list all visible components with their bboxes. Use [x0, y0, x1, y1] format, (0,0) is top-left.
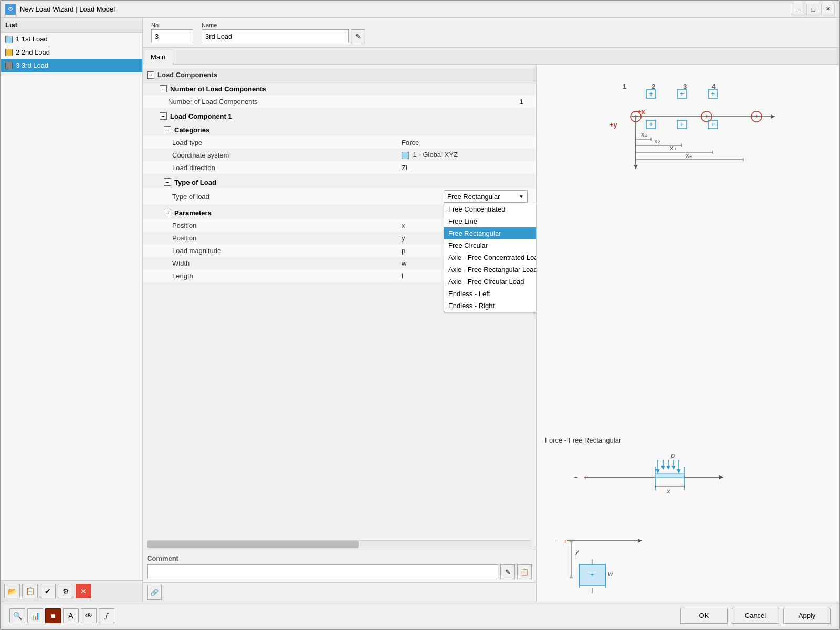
window-controls: — □ ✕: [792, 4, 835, 15]
coord-system-label: Coordinate system: [172, 151, 402, 159]
check-button[interactable]: ✔: [40, 584, 56, 598]
load-direction-value: ZL: [402, 164, 528, 172]
load-direction-row: Load direction ZL: [143, 161, 536, 174]
num-components-label: Number of Load Components: [168, 98, 402, 106]
side-view-y-svg: − + y +: [545, 520, 650, 593]
minimize-button[interactable]: —: [792, 4, 805, 15]
svg-marker-48: [661, 466, 665, 470]
no-field: No.: [151, 22, 193, 43]
collapse-load-components[interactable]: −: [147, 71, 154, 79]
collapse-parameters[interactable]: −: [164, 209, 171, 216]
add-item-button[interactable]: 📂: [4, 584, 20, 598]
sidebar-item-color-3: [5, 62, 13, 69]
type-select-container: Free Rectangular ▼ Free Concentrated Fre…: [444, 190, 528, 203]
sidebar-item-label-1: 1 1st Load: [16, 35, 48, 43]
cancel-button[interactable]: Cancel: [732, 608, 779, 624]
type-of-load-header: − Type of Load: [143, 176, 536, 188]
horizontal-scrollbar[interactable]: [147, 540, 532, 548]
width-label: Width: [172, 259, 402, 267]
no-input[interactable]: [151, 29, 193, 43]
main-area: List 1 1st Load 2 2nd Load 3 3rd Load 📂 …: [1, 18, 839, 602]
formula-button[interactable]: 𝑓: [99, 608, 114, 623]
position-x-label: Position: [172, 222, 402, 229]
ok-button[interactable]: OK: [680, 608, 728, 624]
sidebar-item-2load[interactable]: 2 2nd Load: [1, 46, 142, 59]
comment-edit-button[interactable]: ✎: [500, 564, 515, 579]
tab-main[interactable]: Main: [143, 50, 173, 65]
load-components-header: − Load Components: [143, 69, 536, 81]
comment-section: Comment ✎ 📋: [143, 550, 536, 582]
coord-system-row: Coordinate system 1 - Global XYZ: [143, 149, 536, 161]
dropdown-arrow-icon: ▼: [519, 194, 524, 200]
properties-inner: − Load Components − Number of Load Compo…: [143, 65, 536, 540]
properties-footer: 🔗: [143, 582, 536, 602]
sidebar-header: List: [1, 18, 142, 33]
svg-marker-46: [656, 469, 660, 474]
name-input[interactable]: [202, 29, 349, 43]
dropdown-item-axle-rectangular[interactable]: Axle - Free Rectangular Load: [444, 264, 536, 276]
apply-button[interactable]: Apply: [783, 608, 831, 624]
dropdown-item-endless-left[interactable]: Endless - Left: [444, 288, 536, 300]
svg-marker-54: [677, 469, 681, 474]
dropdown-item-free-concentrated[interactable]: Free Concentrated: [444, 203, 536, 215]
length-label: Length: [172, 272, 402, 280]
parameters-title: Parameters: [174, 209, 212, 217]
dropdown-item-free-circular[interactable]: Free Circular: [444, 239, 536, 251]
properties-tool-button[interactable]: 🔗: [147, 585, 162, 600]
main-window: ⚙ New Load Wizard | Load Model — □ ✕ Lis…: [0, 0, 840, 630]
collapse-component1[interactable]: −: [160, 112, 167, 120]
type-select-button[interactable]: Free Rectangular ▼: [444, 190, 528, 203]
dropdown-item-axle-circular[interactable]: Axle - Free Circular Load: [444, 276, 536, 288]
collapse-number[interactable]: −: [160, 85, 167, 92]
svg-text:w: w: [608, 570, 614, 578]
svg-text:x: x: [666, 487, 670, 495]
svg-text:+: +: [754, 112, 759, 120]
sidebar-item-color-2: [5, 49, 13, 56]
properties-panel: − Load Components − Number of Load Compo…: [143, 65, 537, 602]
comment-input-row: ✎ 📋: [147, 564, 532, 579]
load-type-value: Force: [402, 139, 528, 146]
edit-name-button[interactable]: ✎: [351, 29, 365, 43]
form-section: No. Name ✎: [143, 18, 839, 48]
dropdown-item-free-rectangular[interactable]: Free Rectangular: [444, 227, 536, 239]
dialog-buttons: OK Cancel Apply: [680, 608, 831, 624]
type-select-value: Free Rectangular: [447, 193, 500, 201]
position-y-label: Position: [172, 234, 402, 242]
svg-text:+: +: [583, 474, 587, 481]
side-view-x-svg: p − +: [545, 448, 734, 511]
load-magnitude-label: Load magnitude: [172, 247, 402, 255]
collapse-categories[interactable]: −: [164, 126, 171, 133]
type-of-load-row: Type of load Free Rectangular ▼: [143, 188, 536, 204]
text-button[interactable]: A: [63, 608, 79, 623]
comment-input[interactable]: [147, 564, 498, 579]
sidebar-item-1load[interactable]: 1 1st Load: [1, 33, 142, 46]
categories-title: Categories: [174, 126, 209, 134]
svg-text:+y: +y: [610, 121, 618, 129]
svg-text:+: +: [680, 90, 684, 98]
view-button[interactable]: 👁: [81, 608, 97, 623]
app-icon: ⚙: [5, 4, 16, 15]
maximize-button[interactable]: □: [806, 4, 820, 15]
bottom-bar: 🔍 📊 ■ A 👁 𝑓 OK Cancel Apply: [1, 602, 839, 629]
categories-header: − Categories: [143, 123, 536, 136]
bottom-tools: 🔍 📊 ■ A 👁 𝑓: [9, 608, 678, 623]
sidebar-item-color-1: [5, 36, 13, 43]
svg-text:4: 4: [712, 82, 716, 90]
type-of-load-label: Type of load: [172, 193, 444, 201]
dropdown-item-axle-concentrated[interactable]: Axle - Free Concentrated Load: [444, 251, 536, 264]
sidebar: List 1 1st Load 2 2nd Load 3 3rd Load 📂 …: [1, 18, 143, 602]
settings-button[interactable]: ⚙: [58, 584, 74, 598]
svg-marker-21: [634, 165, 638, 169]
delete-item-button[interactable]: ✕: [76, 584, 91, 598]
table-button[interactable]: 📊: [27, 608, 43, 623]
color-button[interactable]: ■: [45, 608, 61, 623]
copy-item-button[interactable]: 📋: [22, 584, 38, 598]
tabs-bar: Main: [143, 48, 839, 65]
search-button[interactable]: 🔍: [9, 608, 25, 623]
collapse-type-of-load[interactable]: −: [164, 178, 171, 186]
close-button[interactable]: ✕: [821, 4, 835, 15]
dropdown-item-endless-right[interactable]: Endless - Right: [444, 300, 536, 312]
comment-copy-button[interactable]: 📋: [517, 564, 532, 579]
sidebar-item-3load[interactable]: 3 3rd Load: [1, 59, 142, 72]
dropdown-item-free-line[interactable]: Free Line: [444, 215, 536, 227]
